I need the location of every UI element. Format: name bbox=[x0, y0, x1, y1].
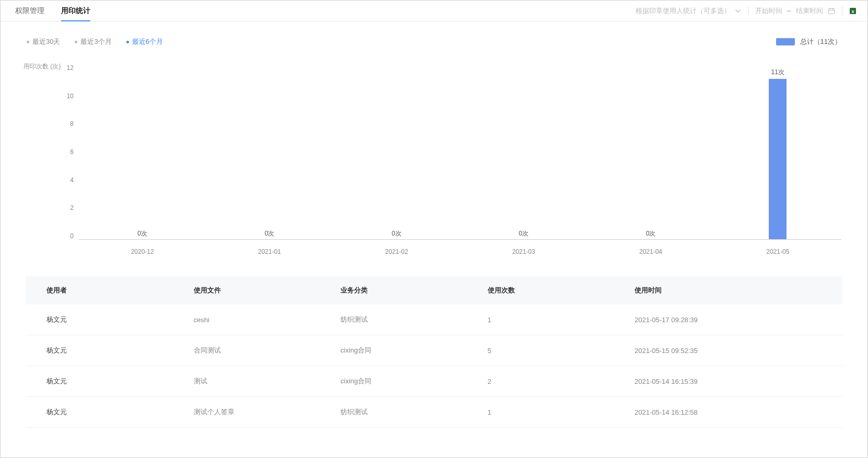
bar-value-label: 0次 bbox=[519, 229, 529, 238]
bar-value-label: 0次 bbox=[137, 229, 147, 238]
cell-time: 2021-05-15 09:52:35 bbox=[614, 335, 842, 366]
bar-slot: 0次 bbox=[79, 64, 206, 239]
bar[interactable]: 11次 bbox=[769, 79, 787, 239]
divider bbox=[842, 7, 842, 15]
cell-file: 测试个人签章 bbox=[173, 397, 320, 428]
divider bbox=[748, 7, 749, 15]
y-tick: 4 bbox=[70, 177, 74, 184]
range-label: 最近30天 bbox=[32, 37, 60, 46]
cell-file: 合同测试 bbox=[173, 335, 320, 366]
y-tick: 6 bbox=[70, 148, 74, 156]
start-date-placeholder: 开始时间 bbox=[755, 6, 782, 16]
chart-legend: 总计（11次） bbox=[776, 37, 841, 46]
cell-count: 2 bbox=[467, 366, 614, 397]
x-tick: 2021-04 bbox=[587, 248, 714, 255]
x-tick: 2021-01 bbox=[206, 248, 333, 255]
y-tick: 8 bbox=[70, 120, 74, 127]
range-label: 最近6个月 bbox=[132, 37, 163, 46]
top-right: 根据印章使用人统计（可多选） 开始时间 ～ 结束时间 x bbox=[636, 6, 857, 16]
export-icon[interactable]: x bbox=[849, 7, 857, 15]
dot-icon bbox=[75, 41, 77, 43]
y-tick: 12 bbox=[67, 64, 74, 72]
cell-category: cixing合同 bbox=[320, 335, 467, 366]
tab-usage-stats[interactable]: 用印统计 bbox=[61, 1, 90, 21]
col-category: 业务分类 bbox=[320, 276, 467, 304]
table-row[interactable]: 杨文元测试个人签章纺织测试12021-05-14 16:12:58 bbox=[26, 397, 842, 428]
user-filter-select[interactable]: 根据印章使用人统计（可多选） bbox=[636, 6, 742, 16]
bar-value-label: 11次 bbox=[771, 68, 784, 77]
cell-file: 测试 bbox=[173, 366, 320, 397]
calendar-icon bbox=[827, 7, 836, 15]
bar-value-label: 0次 bbox=[265, 229, 275, 238]
y-axis-labels: 121086420 bbox=[58, 64, 74, 240]
cell-count: 5 bbox=[467, 335, 614, 366]
cell-user: 杨文元 bbox=[26, 304, 173, 335]
col-file: 使用文件 bbox=[173, 276, 320, 304]
bar-slot: 0次 bbox=[460, 64, 587, 239]
cell-category: cixing合同 bbox=[320, 366, 467, 397]
tab-permission[interactable]: 权限管理 bbox=[15, 1, 44, 21]
range-last-3m[interactable]: 最近3个月 bbox=[75, 37, 111, 46]
legend-swatch bbox=[776, 38, 795, 45]
cell-category: 纺织测试 bbox=[320, 304, 467, 335]
y-tick: 2 bbox=[70, 204, 74, 212]
cell-user: 杨文元 bbox=[26, 397, 173, 428]
y-axis-title: 用印次数 (次) bbox=[24, 62, 61, 71]
bar-slot: 0次 bbox=[333, 64, 460, 239]
cell-time: 2021-05-17 09:28:39 bbox=[614, 304, 842, 335]
bar-value-label: 0次 bbox=[392, 229, 402, 238]
cell-time: 2021-05-14 16:15:39 bbox=[614, 366, 842, 397]
range-row: 最近30天 最近3个月 最近6个月 总计（11次） bbox=[1, 21, 867, 52]
y-tick: 10 bbox=[67, 92, 74, 100]
plot-area: 0次0次0次0次0次11次 bbox=[79, 64, 841, 240]
x-tick: 2021-03 bbox=[460, 248, 587, 255]
table-row[interactable]: 杨文元ceshi纺织测试12021-05-17 09:28:39 bbox=[26, 304, 842, 335]
bars-container: 0次0次0次0次0次11次 bbox=[79, 64, 841, 239]
table-body: 杨文元ceshi纺织测试12021-05-17 09:28:39杨文元合同测试c… bbox=[26, 304, 842, 428]
legend-label: 总计（11次） bbox=[800, 37, 841, 46]
top-tabs: 权限管理 用印统计 bbox=[15, 1, 90, 21]
table-row[interactable]: 杨文元测试cixing合同22021-05-14 16:15:39 bbox=[26, 366, 842, 397]
cell-file: ceshi bbox=[173, 304, 320, 335]
cell-count: 1 bbox=[467, 304, 614, 335]
range-last-6m[interactable]: 最近6个月 bbox=[126, 37, 163, 46]
topbar: 权限管理 用印统计 根据印章使用人统计（可多选） 开始时间 ～ 结束时间 x bbox=[1, 1, 867, 21]
usage-table-wrap: 使用者 使用文件 业务分类 使用次数 使用时间 杨文元ceshi纺织测试1202… bbox=[26, 276, 842, 428]
cell-count: 1 bbox=[467, 397, 614, 428]
x-axis-labels: 2020-122021-012021-022021-032021-042021-… bbox=[79, 248, 841, 255]
bar-slot: 0次 bbox=[587, 64, 714, 239]
y-tick: 0 bbox=[70, 232, 74, 240]
user-filter-placeholder: 根据印章使用人统计（可多选） bbox=[636, 6, 731, 16]
dot-icon bbox=[27, 41, 29, 43]
usage-table: 使用者 使用文件 业务分类 使用次数 使用时间 杨文元ceshi纺织测试1202… bbox=[26, 276, 842, 428]
cell-category: 纺织测试 bbox=[320, 397, 467, 428]
date-range-separator: ～ bbox=[785, 7, 793, 15]
col-count: 使用次数 bbox=[467, 276, 614, 304]
bar-slot: 11次 bbox=[714, 64, 841, 239]
x-tick: 2020-12 bbox=[79, 248, 206, 255]
table-row[interactable]: 杨文元合同测试cixing合同52021-05-15 09:52:35 bbox=[26, 335, 842, 366]
cell-user: 杨文元 bbox=[26, 366, 173, 397]
bar-value-label: 0次 bbox=[646, 229, 656, 238]
date-range-picker[interactable]: 开始时间 ～ 结束时间 bbox=[755, 6, 836, 16]
col-time: 使用时间 bbox=[614, 276, 842, 304]
x-tick: 2021-05 bbox=[714, 248, 841, 255]
usage-chart: 用印次数 (次) 121086420 0次0次0次0次0次11次 2020-12… bbox=[27, 57, 841, 255]
col-user: 使用者 bbox=[26, 276, 173, 304]
svg-rect-0 bbox=[829, 8, 835, 14]
cell-user: 杨文元 bbox=[26, 335, 173, 366]
bar-slot: 0次 bbox=[206, 64, 333, 239]
svg-text:x: x bbox=[851, 9, 854, 14]
end-date-placeholder: 结束时间 bbox=[796, 6, 823, 16]
cell-time: 2021-05-14 16:12:58 bbox=[614, 397, 842, 428]
table-header-row: 使用者 使用文件 业务分类 使用次数 使用时间 bbox=[26, 276, 842, 304]
range-last-30d[interactable]: 最近30天 bbox=[27, 37, 60, 46]
range-label: 最近3个月 bbox=[80, 37, 111, 46]
chevron-down-icon bbox=[734, 7, 742, 15]
x-tick: 2021-02 bbox=[333, 248, 460, 255]
dot-icon bbox=[126, 41, 129, 43]
